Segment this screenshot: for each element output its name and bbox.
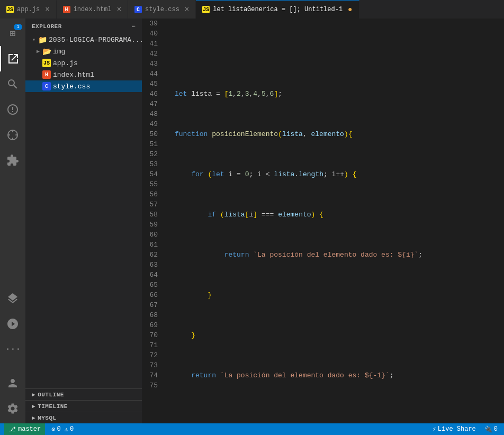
git-branch-name: master bbox=[18, 425, 41, 433]
status-bar: ⎇ master ⊗ 0 ⚠ 0 ⚡ Live Share 🔌 0 bbox=[0, 423, 504, 435]
tree-area: ▾ 📁 2035-LOGICA-PROGRAMA... ▶ 📂 img JS a… bbox=[25, 34, 142, 388]
line-num: 54 bbox=[142, 169, 162, 179]
errors-count[interactable]: ⊗ 0 ⚠ 0 bbox=[49, 423, 76, 435]
line-num: 40 bbox=[142, 29, 162, 39]
activity-more[interactable]: ··· bbox=[0, 337, 25, 362]
code-container[interactable]: 39 40 41 42 43 44 45 46 47 48 49 50 51 5… bbox=[142, 19, 504, 423]
line-num: 69 bbox=[142, 320, 162, 330]
activity-debug[interactable] bbox=[0, 122, 25, 148]
tab-close-icon[interactable]: × bbox=[45, 5, 49, 14]
git-branch[interactable]: ⎇ master bbox=[4, 423, 45, 435]
git-icon: ⎇ bbox=[8, 425, 16, 433]
tab-untitled-1[interactable]: JS let listaGenerica = []; Untitled-1 ● bbox=[196, 0, 359, 19]
port-info[interactable]: 🔌 0 bbox=[482, 423, 500, 435]
activity-layers[interactable] bbox=[0, 286, 25, 311]
css-icon: C bbox=[134, 6, 142, 13]
editor-area: 39 40 41 42 43 44 45 46 47 48 49 50 51 5… bbox=[142, 19, 504, 423]
remote-icon bbox=[6, 318, 19, 330]
activity-remote[interactable]: ⊞ 1 bbox=[0, 21, 25, 46]
tab-label: index.html bbox=[74, 6, 112, 13]
settings-icon bbox=[6, 402, 19, 415]
activity-explorer[interactable] bbox=[0, 46, 25, 71]
tab-index-html[interactable]: H index.html × bbox=[57, 0, 128, 19]
code-line-39 bbox=[175, 49, 504, 59]
tree-item-img[interactable]: ▶ 📂 img bbox=[25, 46, 142, 57]
folder-arrow: ▾ bbox=[30, 37, 38, 43]
line-num: 57 bbox=[142, 200, 162, 210]
new-file-icon[interactable]: ⋯ bbox=[132, 23, 136, 30]
activity-account[interactable] bbox=[0, 370, 25, 396]
code-line-42: for (let i = 0; i < lista.length; i++) { bbox=[175, 169, 504, 179]
warnings-number: 0 bbox=[70, 425, 74, 433]
js-file-icon: JS bbox=[42, 59, 51, 67]
js-icon: JS bbox=[202, 6, 210, 13]
live-share-button[interactable]: ⚡ Live Share bbox=[430, 423, 478, 435]
activity-settings[interactable] bbox=[0, 396, 25, 421]
code-line-46: } bbox=[175, 330, 504, 340]
tree-item-label: app.js bbox=[53, 59, 78, 67]
mysql-label: MYSQL bbox=[38, 415, 57, 421]
tab-app-js[interactable]: JS app.js × bbox=[0, 0, 57, 19]
tab-modified-dot[interactable]: ● bbox=[348, 5, 352, 14]
debug-icon bbox=[6, 129, 19, 141]
tab-close-icon[interactable]: × bbox=[185, 5, 189, 14]
line-num: 51 bbox=[142, 139, 162, 149]
tree-root[interactable]: ▾ 📁 2035-LOGICA-PROGRAMA... bbox=[25, 34, 142, 46]
tree-item-label: style.css bbox=[53, 83, 90, 90]
line-num: 45 bbox=[142, 79, 162, 89]
line-num: 63 bbox=[142, 260, 162, 270]
activity-search[interactable] bbox=[0, 71, 25, 97]
git-icon bbox=[6, 103, 19, 116]
line-num: 43 bbox=[142, 59, 162, 69]
timeline-label: TIMELINE bbox=[38, 403, 68, 410]
line-num: 68 bbox=[142, 310, 162, 320]
explorer-icon bbox=[7, 52, 20, 65]
line-num: 65 bbox=[142, 280, 162, 290]
tree-item-appjs[interactable]: JS app.js bbox=[25, 57, 142, 69]
line-num: 61 bbox=[142, 240, 162, 250]
chevron-right-icon: ▶ bbox=[32, 391, 35, 398]
line-num: 59 bbox=[142, 220, 162, 230]
tab-style-css[interactable]: C style.css × bbox=[128, 0, 196, 19]
tab-close-icon[interactable]: × bbox=[117, 5, 121, 14]
chevron-right-icon: ▶ bbox=[32, 414, 35, 421]
main-area: ⊞ 1 ··· bbox=[0, 19, 504, 423]
line-num: 73 bbox=[142, 360, 162, 370]
line-num: 42 bbox=[142, 49, 162, 59]
tabs-bar: JS app.js × H index.html × C style.css ×… bbox=[0, 0, 504, 19]
js-icon: JS bbox=[6, 6, 14, 13]
line-num: 53 bbox=[142, 159, 162, 169]
line-num: 50 bbox=[142, 129, 162, 139]
line-num: 74 bbox=[142, 370, 162, 380]
outline-header[interactable]: ▶ OUTLINE bbox=[25, 389, 142, 400]
sidebar-header: EXPLORER ⋯ bbox=[25, 19, 142, 34]
tree-item-indexhtml[interactable]: H index.html bbox=[25, 69, 142, 80]
folder-arrow: ▶ bbox=[34, 48, 42, 55]
line-num: 72 bbox=[142, 350, 162, 360]
line-num: 48 bbox=[142, 109, 162, 119]
sidebar-section-mysql: ▶ MYSQL bbox=[25, 412, 142, 423]
account-icon bbox=[6, 377, 19, 389]
tree-item-label: img bbox=[53, 48, 65, 56]
port-number: 0 bbox=[494, 425, 498, 433]
line-num: 75 bbox=[142, 380, 162, 391]
line-num: 41 bbox=[142, 39, 162, 49]
code-line-41: function posicionElemento(lista, element… bbox=[175, 129, 504, 139]
line-num: 44 bbox=[142, 69, 162, 79]
tree-item-stylecss[interactable]: C style.css bbox=[25, 80, 142, 92]
activity-git[interactable] bbox=[0, 97, 25, 122]
live-share-icon: ⚡ bbox=[433, 425, 436, 433]
line-num: 47 bbox=[142, 99, 162, 109]
code-line-44: return `La posición del elemento dado es… bbox=[175, 250, 504, 260]
more-icon: ··· bbox=[5, 344, 20, 355]
timeline-header[interactable]: ▶ TIMELINE bbox=[25, 401, 142, 412]
root-folder-icon: 📁 bbox=[38, 35, 47, 44]
mysql-header[interactable]: ▶ MYSQL bbox=[25, 412, 142, 423]
code-line-48 bbox=[175, 411, 504, 421]
activity-extensions[interactable] bbox=[0, 148, 25, 173]
sidebar-section-timeline: ▶ TIMELINE bbox=[25, 400, 142, 412]
activity-remote-explorer[interactable] bbox=[0, 311, 25, 337]
code-line-47: return `La posición del elemento dado es… bbox=[175, 370, 504, 380]
code-editor[interactable]: let lista = [1,2,3,4,5,6]; function posi… bbox=[166, 19, 504, 423]
line-num: 55 bbox=[142, 179, 162, 189]
